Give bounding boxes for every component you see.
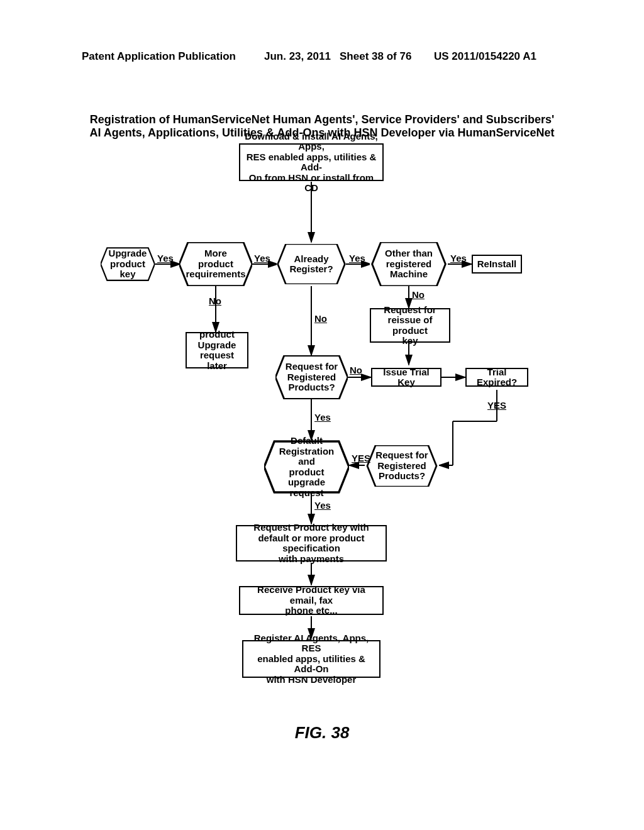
node-default-reg: Default Registration and product upgrade… xyxy=(264,440,349,494)
node-more-req: More product requirements xyxy=(179,242,252,286)
lbl-yes-6: Yes xyxy=(314,500,331,511)
lbl-yes-1: Yes xyxy=(157,253,174,263)
lbl-yes-5: Yes xyxy=(314,412,331,423)
node-receive-key: Receive Product key via email, fax phone… xyxy=(239,586,384,615)
node-issue-trial: Issue Trial Key xyxy=(371,368,441,387)
node-request-product-key: Request Product key with default or more… xyxy=(236,525,387,562)
node-reinstall: ReInstall xyxy=(472,255,522,274)
lbl-no-1: No xyxy=(209,296,221,306)
lbl-YES-1: YES xyxy=(487,400,506,411)
node-req-registered-1: Request for Registered Products? xyxy=(275,355,348,399)
lbl-yes-3: Yes xyxy=(349,253,365,263)
node-reissue: Request for reissue of product key xyxy=(370,308,450,343)
node-register: Register AI Agents, Apps, RES enabled ap… xyxy=(242,640,380,678)
node-req-registered-2: Request for Registered Products? xyxy=(365,445,439,487)
node-trial-expired: Trial Expired? xyxy=(465,368,528,387)
lbl-no-4: No xyxy=(350,365,362,375)
node-download: Download & install AI Agents, Apps, RES … xyxy=(239,143,384,181)
figure-label: FIG. 38 xyxy=(0,723,644,743)
node-other-machine: Other than registered Machine xyxy=(370,242,448,286)
node-upgrade-later: product Upgrade request later xyxy=(186,332,248,368)
lbl-no-2: No xyxy=(412,289,425,300)
node-already-register: Already Register? xyxy=(277,244,346,284)
node-upgrade-key: Upgrade product key xyxy=(101,244,155,284)
lbl-yes-4: Yes xyxy=(450,253,467,263)
lbl-yes-2: Yes xyxy=(254,253,270,263)
lbl-no-3: No xyxy=(314,313,327,324)
